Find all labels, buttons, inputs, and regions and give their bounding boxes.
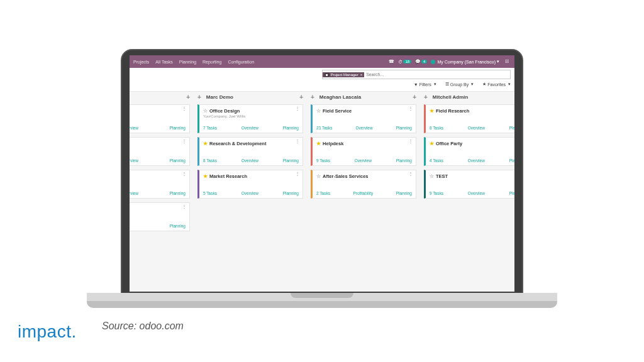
search-input[interactable]	[364, 72, 510, 77]
add-card-right-icon[interactable]: +	[299, 94, 303, 101]
kebab-icon[interactable]: ⋮	[182, 173, 187, 175]
add-card-right-icon[interactable]: +	[186, 94, 190, 101]
kebab-icon[interactable]: ⋮	[295, 173, 300, 175]
tag-close-icon[interactable]: ×	[360, 73, 363, 77]
card-link[interactable]: Overview	[468, 191, 485, 195]
project-card[interactable]: ⋮☆TEST9 TasksOverviewPlanning	[424, 170, 514, 199]
card-link[interactable]: Overview	[355, 158, 372, 163]
project-card[interactable]: ⋮Planning	[130, 202, 190, 231]
card-title: ★Research & Development	[203, 141, 299, 146]
kebab-icon[interactable]: ⋮	[295, 107, 300, 110]
kebab-icon[interactable]: ⋮	[408, 173, 413, 175]
card-link[interactable]: Planning	[170, 191, 186, 195]
laptop-base	[87, 293, 557, 308]
card-title: ★Field Research	[430, 108, 514, 114]
kebab-icon[interactable]: ⋮	[295, 140, 300, 143]
card-link[interactable]: Planning	[396, 191, 412, 195]
card-link[interactable]: Planning	[283, 191, 299, 195]
card-link[interactable]: Overview	[468, 158, 485, 163]
card-link[interactable]: Planning	[283, 126, 299, 130]
column-header: ++	[130, 92, 190, 102]
search-bar-area: ■ Project Manager × ▼ Filters ▾ ☰ Group …	[130, 68, 514, 92]
task-count[interactable]: 8 Tasks	[203, 158, 217, 163]
card-link[interactable]: Planning	[170, 126, 186, 130]
phone-icon[interactable]: ☎	[389, 59, 394, 64]
project-card[interactable]: ⋮OverviewPlanning	[130, 137, 190, 166]
card-link[interactable]: Overview	[242, 191, 258, 195]
kebab-icon[interactable]: ⋮	[182, 140, 187, 143]
search-box[interactable]: ■ Project Manager ×	[322, 70, 511, 79]
nav-planning[interactable]: Planning	[179, 60, 196, 64]
card-link[interactable]: Overview	[242, 126, 258, 130]
group-by-button[interactable]: ☰ Group By ▾	[445, 82, 474, 87]
kebab-icon[interactable]: ⋮	[408, 107, 413, 110]
card-link[interactable]: Planning	[396, 158, 412, 163]
card-link[interactable]: Overview	[242, 158, 258, 163]
add-card-icon[interactable]: +	[424, 94, 428, 101]
column-header: +Marc Demo+	[197, 92, 303, 102]
task-count[interactable]: 4 Tasks	[430, 158, 443, 163]
filters-button[interactable]: ▼ Filters ▾	[414, 82, 436, 87]
star-icon[interactable]: ★	[430, 141, 434, 146]
card-link[interactable]: Planning	[509, 158, 514, 163]
task-count[interactable]: 5 Tasks	[203, 191, 217, 195]
star-icon[interactable]: ☆	[316, 173, 321, 179]
add-card-icon[interactable]: +	[311, 94, 314, 101]
project-card[interactable]: ⋮OverviewPlanning	[130, 170, 190, 199]
card-link[interactable]: Planning	[396, 126, 412, 130]
project-card[interactable]: ⋮☆After-Sales Services2 TasksProfitabili…	[311, 170, 416, 199]
star-icon[interactable]: ★	[203, 141, 208, 146]
kebab-icon[interactable]: ⋮	[408, 140, 413, 143]
project-card[interactable]: ⋮☆Field Service23 TasksOverviewPlanning	[311, 104, 416, 133]
add-card-right-icon[interactable]: +	[413, 94, 416, 101]
project-card[interactable]: ⋮OverviewPlanning	[130, 104, 190, 133]
star-icon[interactable]: ☆	[203, 108, 208, 114]
star-icon[interactable]: ☆	[316, 108, 321, 114]
star-icon[interactable]: ★	[203, 173, 208, 179]
search-tag[interactable]: ■ Project Manager ×	[323, 72, 364, 77]
task-count[interactable]: 9 Tasks	[316, 158, 330, 163]
card-link[interactable]: Planning	[283, 158, 299, 163]
task-count[interactable]: 8 Tasks	[430, 126, 443, 130]
project-card[interactable]: ⋮★Office Party4 TasksOverviewPlanning	[424, 137, 514, 166]
kanban-board: ++⋮OverviewPlanning⋮OverviewPlanning⋮Ove…	[130, 92, 514, 235]
card-link[interactable]: Overview	[130, 126, 138, 130]
card-link[interactable]: Profitability	[353, 191, 373, 195]
task-count[interactable]: 2 Tasks	[316, 191, 330, 195]
nav-configuration[interactable]: Configuration	[228, 60, 254, 64]
project-card[interactable]: ⋮★Helpdesk9 TasksOverviewPlanning	[311, 137, 416, 166]
grid-icon[interactable]: ☷	[505, 59, 509, 64]
nav-reporting[interactable]: Reporting	[203, 60, 221, 64]
task-count[interactable]: 9 Tasks	[430, 191, 443, 195]
card-link[interactable]: Planning	[509, 126, 514, 130]
nav-all-tasks[interactable]: All Tasks	[155, 60, 173, 64]
star-icon[interactable]: ★	[430, 108, 434, 114]
project-card[interactable]: ⋮☆Office DesignYourCompany, Joel Willis7…	[197, 104, 303, 133]
add-card-icon[interactable]: +	[197, 94, 201, 101]
company-switcher[interactable]: My Company (San Francisco) ▾	[431, 59, 499, 64]
card-link[interactable]: Planning	[509, 191, 514, 195]
card-link[interactable]: Overview	[356, 126, 373, 130]
card-subtitle: YourCompany, Joel Willis	[203, 114, 299, 118]
kanban-column: +Mitchell Admin+⋮★Field Research8 TasksO…	[424, 92, 514, 235]
star-icon[interactable]: ☆	[430, 173, 434, 179]
card-link[interactable]: Overview	[130, 158, 138, 163]
star-icon[interactable]: ★	[316, 141, 321, 146]
card-footer: OverviewPlanning	[130, 126, 186, 130]
task-count[interactable]: 7 Tasks	[203, 126, 217, 130]
project-card[interactable]: ⋮★Field Research8 TasksOverviewPlanning	[424, 104, 514, 133]
task-count[interactable]: 23 Tasks	[316, 126, 333, 130]
chat-icon[interactable]: 💬4	[415, 59, 427, 64]
card-link[interactable]: Overview	[468, 126, 485, 130]
project-card[interactable]: ⋮★Market Research5 TasksOverviewPlanning	[197, 170, 303, 199]
favorites-button[interactable]: ★ Favorites ▾	[482, 82, 511, 87]
card-link[interactable]: Planning	[170, 158, 186, 163]
kebab-icon[interactable]: ⋮	[182, 206, 187, 208]
nav-projects[interactable]: Projects	[133, 60, 149, 64]
card-link[interactable]: Planning	[170, 224, 186, 228]
project-card[interactable]: ⋮★Research & Development8 TasksOverviewP…	[197, 137, 303, 166]
card-link[interactable]: Overview	[130, 191, 138, 195]
timer-icon[interactable]: ⏱18	[398, 60, 411, 64]
card-footer: 9 TasksOverviewPlanning	[430, 191, 514, 195]
kebab-icon[interactable]: ⋮	[182, 107, 187, 110]
